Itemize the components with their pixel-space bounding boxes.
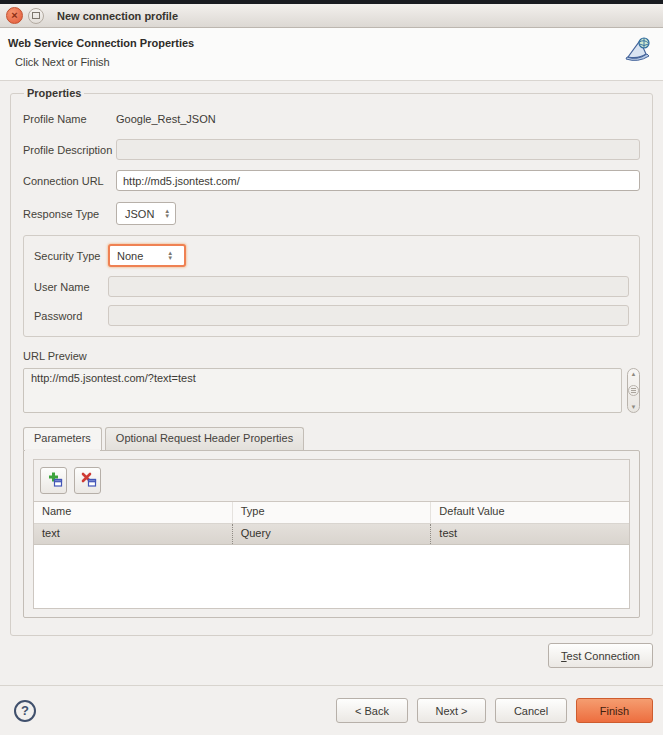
column-header-name[interactable]: Name [34, 502, 233, 523]
password-label: Password [34, 310, 108, 322]
spinner-arrows-icon[interactable]: ▲ ▼ [167, 251, 173, 261]
test-connection-row: Test Connection [10, 643, 653, 668]
user-name-row: User Name [34, 276, 629, 297]
security-type-spinner[interactable]: None ▲ ▼ [108, 244, 186, 267]
cancel-button[interactable]: Cancel [495, 698, 567, 723]
delete-row-icon [79, 470, 97, 491]
url-preview-scrollbar[interactable]: ▲ ▼ [627, 368, 640, 413]
scroll-up-icon[interactable]: ▲ [631, 371, 637, 377]
tab-parameters[interactable]: Parameters [23, 427, 102, 450]
wizard-header: Web Service Connection Properties Click … [0, 28, 663, 81]
add-parameter-button[interactable] [40, 467, 67, 494]
parameters-toolbar [34, 460, 629, 501]
properties-legend: Properties [24, 87, 84, 99]
wizard-buttons: < Back Next > Cancel Finish [336, 698, 653, 723]
profile-description-input[interactable] [116, 139, 640, 160]
spinner-down-icon[interactable]: ▼ [164, 214, 170, 219]
security-type-value: None [117, 250, 143, 262]
page-title: Web Service Connection Properties [8, 37, 194, 49]
response-type-spinner[interactable]: JSON ▲ ▼ [116, 202, 176, 225]
connection-url-label: Connection URL [23, 175, 116, 187]
scroll-grip[interactable] [628, 385, 639, 396]
add-row-icon [45, 470, 63, 491]
profile-name-value: Google_Rest_JSON [116, 113, 216, 125]
user-name-label: User Name [34, 281, 108, 293]
parameters-panel: Name Type Default Value text Query test [33, 459, 630, 609]
connection-url-row: Connection URL [23, 170, 640, 191]
security-type-label: Security Type [34, 250, 108, 262]
url-preview-box: http://md5.jsontest.com/?text=test [23, 368, 622, 413]
url-preview-wrap: http://md5.jsontest.com/?text=test ▲ ▼ [23, 368, 640, 413]
profile-name-label: Profile Name [23, 113, 116, 125]
parameters-tab-content: Name Type Default Value text Query test [23, 450, 640, 618]
table-header-row: Name Type Default Value [34, 502, 629, 524]
titlebar: × New connection profile [0, 4, 663, 28]
maximize-icon[interactable] [28, 8, 44, 24]
properties-group: Properties Profile Name Google_Rest_JSON… [10, 87, 653, 636]
password-row: Password [34, 305, 629, 326]
column-header-type[interactable]: Type [233, 502, 432, 523]
cell-type[interactable]: Query [233, 524, 432, 544]
cell-default-value[interactable]: test [431, 524, 629, 544]
cell-name[interactable]: text [34, 524, 233, 544]
close-icon[interactable]: × [6, 7, 23, 24]
response-type-label: Response Type [23, 208, 116, 220]
profile-name-row: Profile Name Google_Rest_JSON [23, 113, 640, 125]
parameters-table: Name Type Default Value text Query test [34, 501, 629, 608]
spinner-down-icon[interactable]: ▼ [167, 256, 173, 261]
wizard-banner-icon [625, 37, 651, 63]
window-title: New connection profile [57, 10, 178, 22]
security-group: Security Type None ▲ ▼ User Name Passwor… [23, 235, 640, 337]
column-header-default-value[interactable]: Default Value [431, 502, 629, 523]
dialog-window: × New connection profile Web Service Con… [0, 0, 663, 735]
test-connection-button[interactable]: Test Connection [548, 643, 653, 668]
next-button[interactable]: Next > [417, 698, 486, 723]
response-type-value: JSON [125, 208, 154, 220]
wizard-header-text: Web Service Connection Properties Click … [8, 37, 194, 68]
security-type-row: Security Type None ▲ ▼ [34, 244, 629, 267]
tab-optional-request-headers[interactable]: Optional Request Header Properties [105, 427, 304, 450]
user-name-input[interactable] [108, 276, 629, 297]
profile-description-label: Profile Description [23, 144, 116, 156]
help-button[interactable]: ? [14, 700, 36, 722]
page-subtitle: Click Next or Finish [15, 56, 194, 68]
dialog-body: Properties Profile Name Google_Rest_JSON… [0, 81, 663, 685]
spinner-arrows-icon[interactable]: ▲ ▼ [164, 209, 170, 219]
profile-description-row: Profile Description [23, 139, 640, 160]
connection-url-input[interactable] [116, 170, 640, 191]
finish-button[interactable]: Finish [576, 698, 653, 723]
back-button[interactable]: < Back [336, 698, 408, 723]
delete-parameter-button[interactable] [74, 467, 101, 494]
url-preview-label: URL Preview [23, 350, 640, 362]
table-row[interactable]: text Query test [34, 524, 629, 545]
tab-bar: Parameters Optional Request Header Prope… [23, 427, 640, 450]
test-connection-label: est Connection [567, 650, 640, 662]
scroll-down-icon[interactable]: ▼ [631, 404, 637, 410]
dialog-footer: ? < Back Next > Cancel Finish [0, 685, 663, 735]
response-type-row: Response Type JSON ▲ ▼ [23, 202, 640, 225]
password-input[interactable] [108, 305, 629, 326]
